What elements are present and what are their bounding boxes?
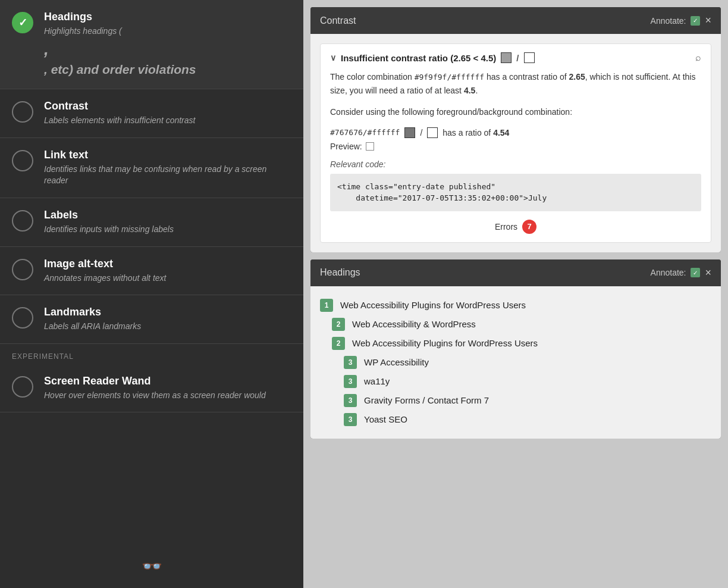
suggestion-swatch-light xyxy=(427,127,438,138)
contrast-description: The color combination #9f9f9f/#ffffff ha… xyxy=(330,70,701,97)
tool-item-headings[interactable]: Headings Highlights headings (, , etc) a… xyxy=(0,0,303,89)
chevron-down-icon[interactable]: ∨ xyxy=(330,53,336,62)
headings-panel-actions: Annotate: ✓ × xyxy=(651,267,711,279)
contrast-panel-actions: Annotate: ✓ × xyxy=(651,14,711,27)
heading-item: 3 Yoast SEO xyxy=(320,410,711,429)
color-swatch-light xyxy=(524,52,535,63)
errors-badge: 7 xyxy=(522,220,536,234)
heading-text: Web Accessibility & WordPress xyxy=(352,319,476,329)
tool-item-image-alt[interactable]: Image alt-text Annotates images without … xyxy=(0,247,303,296)
tool-icon-contrast xyxy=(12,101,33,123)
tool-item-contrast[interactable]: Contrast Labels elements with insufficie… xyxy=(0,89,303,138)
contrast-ratio-value: 2.65 xyxy=(569,72,585,82)
tool-desc-landmarks: Labels all ARIA landmarks xyxy=(44,321,291,333)
preview-checkbox[interactable] xyxy=(366,142,374,151)
heading-text: Yoast SEO xyxy=(364,414,407,424)
glasses-icon: 👓 xyxy=(0,556,303,576)
required-ratio: 4.5 xyxy=(464,86,475,95)
heading-item: 1 Web Accessibility Plugins for WordPres… xyxy=(320,296,711,315)
suggestion-ratio-text: has a ratio of 4.54 xyxy=(443,128,509,137)
tool-item-landmarks[interactable]: Landmarks Labels all ARIA landmarks xyxy=(0,295,303,344)
heading-badge-h3: 3 xyxy=(344,375,357,388)
left-panel: Headings Highlights headings (, , etc) a… xyxy=(0,0,303,588)
right-panel: Contrast Annotate: ✓ × ∨ Insufficient co… xyxy=(303,0,728,588)
search-icon[interactable]: ⌕ xyxy=(695,52,701,63)
tool-title-labels: Labels xyxy=(44,209,291,221)
contrast-issue-title: ∨ Insufficient contrast ratio (2.65 < 4.… xyxy=(330,52,535,63)
contrast-panel: Contrast Annotate: ✓ × ∨ Insufficient co… xyxy=(310,7,721,252)
contrast-annotate-label: Annotate: xyxy=(651,16,686,26)
preview-row: Preview: xyxy=(330,142,701,151)
heading-text: Web Accessibility Plugins for WordPress … xyxy=(352,338,538,348)
tool-text-link-text: Link text Identifies links that may be c… xyxy=(44,149,291,187)
experimental-section-label: EXPERIMENTAL xyxy=(0,344,303,364)
tool-icon-headings xyxy=(12,12,33,33)
contrast-panel-title: Contrast xyxy=(320,15,356,26)
code-block: <time class="entry-date published" datet… xyxy=(330,174,701,211)
headings-panel-body: 1 Web Accessibility Plugins for WordPres… xyxy=(310,286,721,439)
heading-badge-h3: 3 xyxy=(344,356,357,369)
heading-item: 2 Web Accessibility & WordPress xyxy=(320,315,711,334)
headings-panel: Headings Annotate: ✓ × 1 Web Accessibili… xyxy=(310,259,721,439)
tool-text-screen-reader-wand: Screen Reader Wand Hover over elements t… xyxy=(44,375,291,402)
contrast-issue: ∨ Insufficient contrast ratio (2.65 < 4.… xyxy=(320,43,711,243)
tool-icon-link-text xyxy=(12,150,33,171)
heading-badge-h3: 3 xyxy=(344,413,357,426)
tool-item-link-text[interactable]: Link text Identifies links that may be c… xyxy=(0,138,303,198)
slash-separator-2: / xyxy=(420,128,422,137)
contrast-panel-body: ∨ Insufficient contrast ratio (2.65 < 4.… xyxy=(310,34,721,252)
heading-text: wa11y xyxy=(364,376,390,386)
tool-item-screen-reader-wand[interactable]: Screen Reader Wand Hover over elements t… xyxy=(0,364,303,413)
heading-item: 3 WP Accessibility xyxy=(320,353,711,372)
tool-item-labels[interactable]: Labels Identifies inputs with missing la… xyxy=(0,198,303,247)
suggestion-code: #767676/#ffffff xyxy=(330,128,400,137)
tool-desc-labels: Identifies inputs with missing labels xyxy=(44,224,291,236)
heading-item: 2 Web Accessibility Plugins for WordPres… xyxy=(320,334,711,353)
tool-icon-image-alt xyxy=(12,259,33,280)
preview-label: Preview: xyxy=(330,142,362,151)
contrast-panel-header: Contrast Annotate: ✓ × xyxy=(310,7,721,34)
tool-title-link-text: Link text xyxy=(44,149,291,161)
tool-desc-link-text: Identifies links that may be confusing w… xyxy=(44,164,291,187)
heading-item: 3 Gravity Forms / Contact Form 7 xyxy=(320,391,711,410)
errors-row: Errors 7 xyxy=(330,220,701,234)
contrast-issue-header: ∨ Insufficient contrast ratio (2.65 < 4.… xyxy=(330,52,701,63)
headings-annotate-checkbox[interactable]: ✓ xyxy=(691,268,700,277)
tool-icon-labels xyxy=(12,210,33,232)
color-codes: #9f9f9f/#ffffff xyxy=(415,73,484,82)
tool-text-image-alt: Image alt-text Annotates images without … xyxy=(44,258,291,284)
relevant-code-label: Relevant code: xyxy=(330,159,701,169)
heading-badge-h2: 2 xyxy=(332,337,345,350)
contrast-ratio-title: Insufficient contrast ratio (2.65 < 4.5) xyxy=(341,53,496,63)
slash-separator: / xyxy=(516,53,519,63)
suggestion-row: #767676/#ffffff / has a ratio of 4.54 xyxy=(330,127,701,138)
tool-title-landmarks: Landmarks xyxy=(44,306,291,318)
tool-text-contrast: Contrast Labels elements with insufficie… xyxy=(44,100,291,127)
tool-desc-headings: Highlights headings (, , etc) and order … xyxy=(44,26,291,78)
tool-icon-landmarks xyxy=(12,307,33,329)
suggestion-swatch-dark xyxy=(404,127,415,138)
headings-annotate-label: Annotate: xyxy=(651,268,686,277)
tool-icon-screen-reader-wand xyxy=(12,376,33,398)
tool-text-headings: Headings Highlights headings (, , etc) a… xyxy=(44,11,291,78)
tool-title-headings: Headings xyxy=(44,11,291,23)
color-swatch-dark xyxy=(501,52,512,63)
contrast-annotate-checkbox[interactable]: ✓ xyxy=(691,16,700,26)
tool-text-labels: Labels Identifies inputs with missing la… xyxy=(44,209,291,236)
tool-desc-image-alt: Annotates images without alt text xyxy=(44,273,291,284)
headings-panel-header: Headings Annotate: ✓ × xyxy=(310,259,721,286)
headings-close-button[interactable]: × xyxy=(705,267,711,279)
errors-label: Errors xyxy=(495,222,517,232)
headings-panel-title: Headings xyxy=(320,267,360,278)
contrast-close-button[interactable]: × xyxy=(705,14,711,27)
suggestion-ratio-value: 4.54 xyxy=(493,128,509,137)
suggestion-intro: Consider using the following foreground/… xyxy=(330,105,701,118)
heading-text: Gravity Forms / Contact Form 7 xyxy=(364,395,489,405)
tool-desc-screen-reader-wand: Hover over elements to view them as a sc… xyxy=(44,390,291,402)
heading-text: WP Accessibility xyxy=(364,357,429,367)
heading-badge-h1: 1 xyxy=(320,299,333,312)
code-content: <time class="entry-date published" datet… xyxy=(337,181,694,204)
tool-text-landmarks: Landmarks Labels all ARIA landmarks xyxy=(44,306,291,333)
heading-badge-h3: 3 xyxy=(344,394,357,407)
tool-title-screen-reader-wand: Screen Reader Wand xyxy=(44,375,291,387)
